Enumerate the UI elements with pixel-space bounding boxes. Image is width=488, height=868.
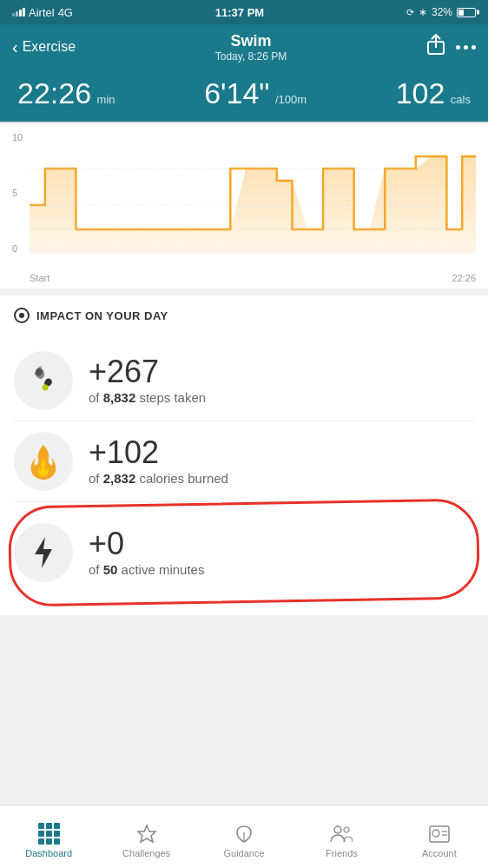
more-button[interactable] [456, 45, 476, 50]
nav-title-block: Swim Today, 8:26 PM [215, 32, 287, 63]
y-label-0: 0 [12, 243, 28, 254]
tab-challenges[interactable]: Challenges [97, 805, 195, 868]
tab-friends-label: Friends [326, 848, 358, 858]
calories-bold: 2,832 [103, 471, 136, 486]
impact-title: IMPACT ON YOUR DAY [36, 309, 168, 322]
svg-marker-10 [35, 537, 52, 568]
tab-dashboard[interactable]: Dashboard [0, 805, 97, 868]
impact-section-icon [14, 308, 30, 323]
active-minutes-value: +0 [89, 528, 474, 560]
battery-icon [457, 8, 476, 17]
challenges-icon [135, 823, 158, 845]
calories-impact-item: +102 of 2,832 calories burned [14, 421, 474, 502]
star-icon [136, 824, 157, 845]
active-minutes-item: +0 of 50 active minutes [14, 513, 474, 593]
chart-section: 10 5 0 [0, 123, 488, 288]
active-minutes-desc: of 50 active minutes [89, 562, 474, 577]
steps-desc: of 8,832 steps taken [89, 390, 474, 405]
svg-point-14 [344, 827, 349, 832]
page-subtitle: Today, 8:26 PM [215, 50, 287, 63]
chart-container: 10 5 0 [12, 132, 476, 271]
friends-icon [330, 823, 353, 845]
back-label: Exercise [23, 39, 76, 55]
time-label: 11:37 PM [215, 6, 264, 19]
people-icon [330, 825, 353, 844]
stats-bar: 22:26 min 6'14" /100m 102 cals [0, 70, 488, 123]
svg-point-16 [432, 830, 439, 837]
active-desc-prefix: of [89, 562, 103, 577]
active-minutes-text: +0 of 50 active minutes [89, 528, 474, 577]
card-icon [428, 825, 451, 844]
chart-y-labels: 10 5 0 [12, 132, 28, 254]
back-button[interactable]: ‹ Exercise [12, 37, 76, 57]
tab-account-label: Account [422, 848, 457, 858]
share-button[interactable] [426, 34, 445, 61]
x-label-start: Start [30, 273, 49, 283]
bluetooth-icon: ∗ [419, 6, 427, 18]
steps-impact-text: +267 of 8,832 steps taken [89, 356, 474, 405]
x-label-end: 22:26 [452, 273, 476, 283]
signal-icon [12, 8, 25, 17]
steps-impact-item: +267 of 8,832 steps taken [14, 341, 474, 421]
calories-impact-value: +102 [89, 437, 474, 468]
pace-stat: 6'14" /100m [204, 78, 307, 108]
duration-unit: min [97, 93, 115, 106]
share-icon [426, 34, 445, 56]
status-left: Airtel 4G [12, 6, 73, 19]
steps-desc-suffix: steps taken [135, 390, 206, 405]
tab-guidance-label: Guidance [223, 848, 264, 858]
chart-x-labels: Start 22:26 [30, 273, 476, 283]
leaf-icon [234, 824, 254, 845]
active-desc-suffix: active minutes [117, 562, 204, 577]
steps-desc-prefix: of [89, 390, 103, 405]
pace-value: 6'14" [204, 76, 269, 109]
tab-friends[interactable]: Friends [293, 805, 390, 868]
y-label-10: 10 [12, 132, 28, 142]
pace-unit: /100m [275, 93, 307, 106]
active-bold: 50 [103, 562, 118, 577]
calories-value: 102 [396, 76, 445, 109]
flame-icon [28, 443, 59, 480]
status-right: ⟳ ∗ 32% [406, 6, 476, 18]
back-chevron-icon: ‹ [12, 37, 18, 57]
guidance-icon [233, 823, 255, 845]
duration-stat: 22:26 min [17, 78, 115, 108]
nav-header: ‹ Exercise Swim Today, 8:26 PM [0, 24, 488, 70]
impact-header: IMPACT ON YOUR DAY [14, 308, 474, 323]
tab-bar: Dashboard Challenges Guidance [0, 805, 488, 868]
calories-desc: of 2,832 calories burned [89, 471, 474, 486]
battery-percent: 32% [432, 6, 452, 18]
nav-actions [426, 34, 476, 61]
calories-desc-suffix: calories burned [135, 471, 228, 486]
tab-guidance[interactable]: Guidance [195, 805, 293, 868]
tab-dashboard-label: Dashboard [25, 848, 72, 858]
status-bar: Airtel 4G 11:37 PM ⟳ ∗ 32% [0, 0, 488, 24]
y-label-5: 5 [12, 188, 28, 198]
steps-bold: 8,832 [103, 390, 136, 405]
svg-point-9 [43, 385, 49, 391]
impact-section: IMPACT ON YOUR DAY +267 [0, 295, 488, 615]
account-icon [428, 823, 451, 845]
screen-rotation-icon: ⟳ [406, 7, 414, 18]
carrier-label: Airtel [29, 6, 55, 19]
page-title: Swim [215, 32, 287, 50]
tab-account[interactable]: Account [391, 805, 488, 868]
steps-value: +267 [89, 356, 474, 388]
duration-value: 22:26 [17, 76, 91, 109]
dashboard-grid-icon [38, 823, 60, 845]
lightning-icon-circle [14, 523, 73, 582]
network-label: 4G [58, 6, 73, 19]
chart-svg [30, 132, 476, 254]
calories-impact-text: +102 of 2,832 calories burned [89, 437, 474, 486]
flame-icon-circle [14, 432, 73, 491]
active-minutes-wrapper: +0 of 50 active minutes [5, 509, 483, 596]
chart-area [30, 132, 476, 254]
tab-challenges-label: Challenges [122, 848, 170, 858]
calories-stat: 102 cals [396, 78, 471, 108]
steps-icon-circle [14, 351, 73, 410]
calories-desc-prefix: of [89, 471, 103, 486]
svg-marker-11 [138, 825, 155, 842]
dashboard-icon [37, 823, 60, 845]
calories-unit: cals [451, 93, 471, 106]
lightning-icon [31, 537, 56, 568]
